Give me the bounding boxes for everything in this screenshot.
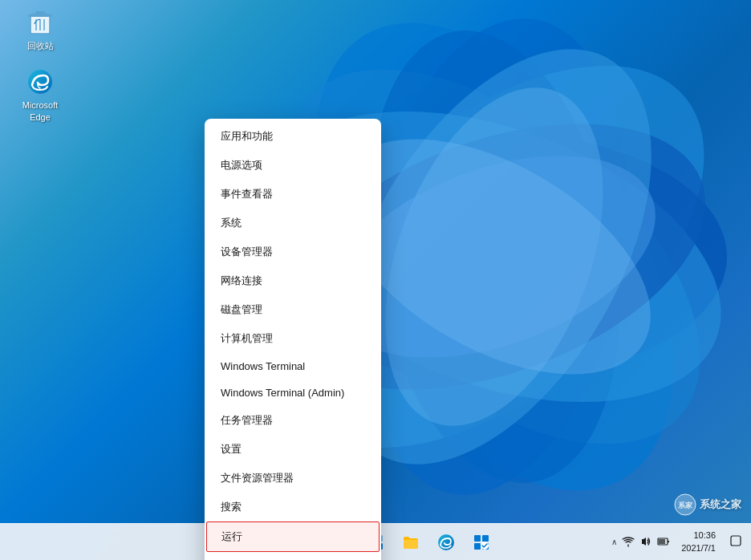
svg-rect-40 bbox=[668, 541, 669, 542]
menu-item-run[interactable]: 运行 bbox=[206, 521, 380, 552]
clock-date: 2021/7/1 bbox=[681, 542, 716, 554]
menu-item-windows-terminal[interactable]: Windows Terminal bbox=[205, 353, 381, 379]
menu-item-event-viewer[interactable]: 事件查看器 bbox=[205, 180, 381, 209]
svg-rect-14 bbox=[28, 14, 52, 17]
svg-rect-42 bbox=[731, 536, 741, 546]
systray-expand-button[interactable]: ∧ bbox=[611, 538, 617, 546]
edge-image bbox=[26, 67, 55, 96]
menu-item-file-explorer[interactable]: 文件资源管理器 bbox=[205, 464, 381, 493]
taskbar-right: ∧ bbox=[611, 528, 751, 556]
edge-taskbar-icon bbox=[437, 534, 455, 551]
svg-rect-36 bbox=[474, 543, 481, 550]
menu-item-windows-terminal-admin[interactable]: Windows Terminal (Admin) bbox=[205, 379, 381, 406]
recycle-bin-label: 回收站 bbox=[27, 40, 54, 51]
folder-icon bbox=[402, 534, 420, 551]
context-menu: 应用和功能 电源选项 事件查看器 系统 设备管理器 网络连接 磁盘管理 计算机管… bbox=[205, 119, 381, 560]
watermark: 系家 系统之家 bbox=[674, 493, 741, 516]
menu-item-search[interactable]: 搜索 bbox=[205, 493, 381, 521]
menu-item-disk-management[interactable]: 磁盘管理 bbox=[205, 295, 381, 324]
store-button[interactable] bbox=[465, 526, 497, 558]
file-explorer-button[interactable] bbox=[395, 526, 427, 558]
menu-item-system[interactable]: 系统 bbox=[205, 209, 381, 237]
menu-item-apps-features[interactable]: 应用和功能 bbox=[205, 122, 381, 151]
battery-icon[interactable] bbox=[657, 535, 670, 550]
menu-item-computer-management[interactable]: 计算机管理 bbox=[205, 324, 381, 353]
store-icon bbox=[473, 534, 490, 551]
edge-label: Microsoft Edge bbox=[22, 99, 59, 123]
svg-text:系家: 系家 bbox=[677, 501, 693, 509]
menu-item-network-connections[interactable]: 网络连接 bbox=[205, 266, 381, 295]
volume-icon[interactable] bbox=[639, 535, 652, 550]
svg-rect-35 bbox=[482, 535, 489, 542]
desktop-icons-container: 回收站 bbox=[12, 8, 68, 123]
menu-item-power-options[interactable]: 电源选项 bbox=[205, 151, 381, 180]
svg-rect-34 bbox=[474, 535, 481, 542]
clock-time: 10:36 bbox=[693, 530, 716, 542]
watermark-logo-icon: 系家 bbox=[674, 493, 696, 516]
systray-icons: ∧ bbox=[611, 535, 670, 550]
microsoft-edge-icon[interactable]: Microsoft Edge bbox=[12, 67, 68, 123]
watermark-text: 系统之家 bbox=[700, 497, 741, 512]
notification-button[interactable] bbox=[727, 534, 745, 551]
svg-rect-41 bbox=[659, 539, 665, 544]
recycle-bin-image bbox=[26, 8, 55, 37]
menu-item-settings[interactable]: 设置 bbox=[205, 435, 381, 464]
recycle-bin-icon[interactable]: 回收站 bbox=[12, 8, 68, 51]
menu-item-device-manager[interactable]: 设备管理器 bbox=[205, 237, 381, 266]
menu-item-task-manager[interactable]: 任务管理器 bbox=[205, 406, 381, 435]
desktop: 回收站 bbox=[0, 0, 751, 560]
network-icon[interactable] bbox=[622, 535, 635, 550]
edge-taskbar-button[interactable] bbox=[430, 526, 462, 558]
menu-item-shutdown[interactable]: 关机或注销 › bbox=[205, 552, 381, 560]
taskbar-clock[interactable]: 10:36 2021/7/1 bbox=[676, 528, 721, 556]
